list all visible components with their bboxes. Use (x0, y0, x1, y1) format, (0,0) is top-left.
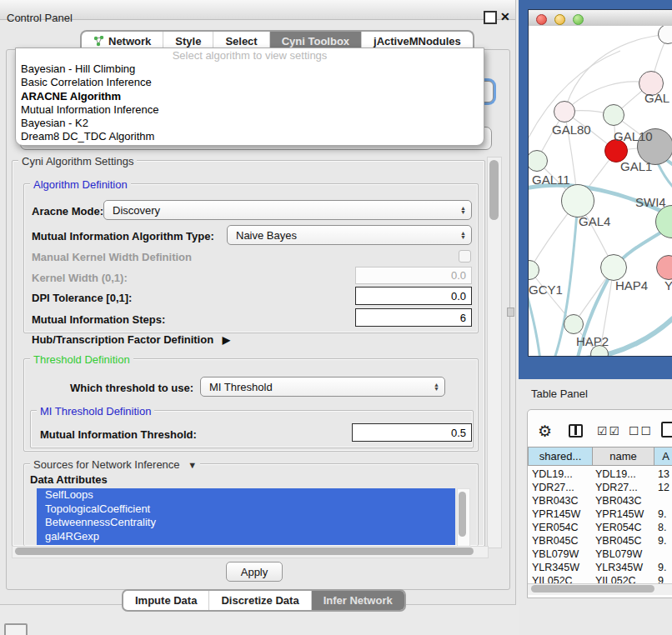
manual-kernel-width-checkbox[interactable] (459, 250, 471, 262)
minimize-traffic-light-icon[interactable] (554, 14, 565, 25)
table-column-header[interactable]: A (654, 447, 672, 466)
list-item-selected[interactable]: BetweennessCentrality (37, 516, 455, 530)
table-cell[interactable]: YER054C (532, 522, 579, 533)
which-threshold-combobox[interactable]: MI Threshold ▲▼ (200, 377, 445, 397)
mi-algorithm-type-combobox[interactable]: Naive Bayes ▲▼ (227, 225, 472, 245)
node-label: GAL1 (620, 159, 652, 173)
close-traffic-light-icon[interactable] (536, 14, 547, 25)
dropdown-item[interactable]: Dream8 DC_TDC Algorithm (16, 130, 484, 143)
dropdown-item-selected[interactable]: ARACNE Algorithm (16, 90, 484, 103)
cyni-settings-group-title: Cyni Algorithm Settings (18, 155, 137, 168)
tab-infer-network[interactable]: Infer Network (312, 591, 404, 610)
table-cell[interactable]: YBR045C (595, 535, 642, 547)
column-layout-icon[interactable] (569, 424, 583, 438)
table-cell[interactable]: YBR045C (532, 535, 579, 547)
table-cell[interactable]: 9. (658, 535, 666, 547)
network-node[interactable] (554, 101, 575, 122)
control-panel-title: Control Panel (7, 12, 73, 24)
mi-threshold-label: Mutual Information Threshold: (40, 428, 197, 441)
table-cell[interactable]: YPR145W (532, 508, 580, 520)
network-node[interactable] (561, 184, 594, 218)
sources-group-title[interactable]: Sources for Network Inference ▼ (30, 458, 200, 471)
table-cell[interactable]: YLR345W (595, 562, 643, 573)
network-window[interactable]: GAL GAL80 GAL10 GAL1 GAL11 GAL4 SWI4 GCY… (528, 9, 672, 357)
network-canvas[interactable]: GAL GAL80 GAL10 GAL1 GAL11 GAL4 SWI4 GCY… (529, 26, 672, 356)
data-attributes-list[interactable]: SelfLoops TopologicalCoefficient Between… (37, 488, 455, 545)
kernel-width-field[interactable]: 0.0 (355, 267, 472, 284)
table-column-header[interactable]: name (593, 447, 654, 466)
spinner-icon: ▲▼ (460, 231, 466, 239)
table-column-header[interactable]: shared... (528, 447, 593, 466)
network-window-titlebar[interactable] (529, 10, 672, 27)
dropdown-item[interactable]: Bayesian - Hill Climbing (16, 62, 484, 76)
algorithm-dropdown-list: Select algorithm to view settings Bayesi… (15, 48, 484, 146)
gear-icon[interactable]: ⚙ (538, 422, 552, 441)
control-panel-titlebar[interactable] (0, 0, 515, 20)
mi-algorithm-type-value: Naive Bayes (236, 229, 297, 242)
dropdown-item[interactable]: Bayesian - K2 (16, 117, 484, 130)
zoom-traffic-light-icon[interactable] (573, 14, 584, 25)
table-cell[interactable]: YER054C (595, 522, 642, 533)
table-cell[interactable]: 9. (658, 508, 666, 520)
table-cell[interactable]: YDR27... (532, 482, 574, 493)
new-table-icon[interactable] (661, 422, 672, 438)
network-node[interactable] (600, 254, 627, 281)
table-cell[interactable]: 9. (658, 562, 666, 573)
splitpane-grip[interactable] (507, 308, 514, 317)
network-node[interactable] (603, 104, 624, 126)
table-cell[interactable]: YDR27... (595, 482, 638, 493)
mi-threshold-group-title: MI Threshold Definition (37, 405, 154, 418)
settings-horizontal-scrollbar-thumb[interactable] (15, 548, 474, 555)
table-cell[interactable]: YLR345W (532, 562, 579, 573)
checked-icon: ☑ (609, 424, 622, 438)
tab-discretize-data[interactable]: Discretize Data (209, 591, 311, 610)
close-icon[interactable]: ✕ (500, 10, 510, 23)
node-label: GAL11 (532, 172, 570, 187)
threshold-definition-title: Threshold Definition (30, 353, 133, 366)
table-cell[interactable]: YBR043C (595, 495, 642, 507)
table-cell[interactable]: YDL19... (532, 468, 573, 480)
network-node[interactable] (564, 314, 584, 334)
attributes-list-scrollbar-thumb[interactable] (459, 492, 466, 537)
collapsed-panel-button[interactable] (4, 623, 28, 635)
node-label: HAP4 (615, 278, 648, 292)
tab-label: Network (108, 35, 151, 48)
apply-button[interactable]: Apply (226, 562, 283, 582)
select-all-checks-icon[interactable]: ☑☑ (597, 424, 621, 438)
table-cell[interactable]: YDL19... (595, 468, 636, 480)
mi-algorithm-type-label: Mutual Information Algorithm Type: (32, 230, 214, 242)
node-label: GAL10 (614, 129, 653, 143)
list-item-selected[interactable]: gal4RGexp (37, 530, 455, 544)
float-window-icon[interactable] (484, 11, 497, 24)
table-cell[interactable]: YBL079W (595, 548, 642, 560)
dpi-tolerance-field[interactable]: 0.0 (355, 287, 472, 305)
table-panel-title: Table Panel (531, 388, 588, 400)
settings-vertical-scrollbar-thumb[interactable] (489, 160, 499, 220)
table-cell[interactable]: 8. (658, 522, 666, 533)
tab-impute-data[interactable]: Impute Data (123, 591, 209, 610)
table-horizontal-scrollbar-thumb[interactable] (531, 585, 654, 592)
dropdown-item[interactable]: Basic Correlation Inference (16, 76, 484, 89)
mi-steps-field[interactable]: 6 (355, 308, 472, 327)
table-cell[interactable]: 13 (658, 468, 669, 480)
tab-label: Cyni Toolbox (282, 35, 349, 48)
node-label: SWI4 (635, 195, 666, 209)
list-item-selected[interactable]: TopologicalCoefficient (37, 502, 455, 517)
dpi-tolerance-label: DPI Tolerance [0,1]: (32, 292, 132, 304)
dropdown-item[interactable]: Mutual Information Inference (16, 103, 484, 117)
screen: { "icons": { "float": "", "close": "✕", … (0, 0, 672, 635)
aracne-mode-combobox[interactable]: Discovery ▲▼ (103, 200, 472, 220)
hub-definition-toggle[interactable]: Hub/Transcription Factor Definition ▶ (32, 333, 230, 346)
algorithm-definition-title: Algorithm Definition (30, 178, 131, 191)
table-cell[interactable]: YBR043C (532, 495, 579, 507)
checked-icon: ☑ (597, 424, 609, 438)
table-cell[interactable]: YPR145W (595, 508, 644, 520)
node-label: GAL (644, 91, 669, 105)
list-item-selected[interactable]: SelfLoops (37, 488, 455, 502)
table-cell[interactable]: YBL079W (532, 548, 579, 560)
table-cell[interactable]: 12 (658, 482, 669, 493)
sources-group-label: Sources for Network Inference (33, 458, 180, 471)
tab-label: Discretize Data (221, 594, 298, 607)
deselect-all-checks-icon[interactable]: ☐☐ (629, 424, 653, 438)
mi-threshold-field[interactable]: 0.5 (352, 423, 472, 442)
